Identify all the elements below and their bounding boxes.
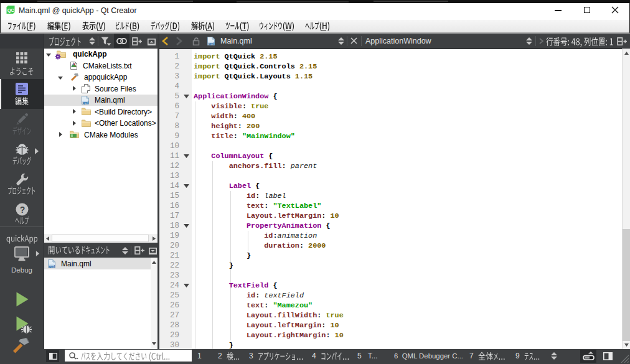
- svg-text:qml: qml: [82, 101, 88, 105]
- svg-text:QC: QC: [7, 7, 15, 13]
- svg-text:qml: qml: [208, 41, 214, 45]
- svg-text:?: ?: [20, 205, 26, 215]
- svg-text:qml: qml: [49, 264, 55, 268]
